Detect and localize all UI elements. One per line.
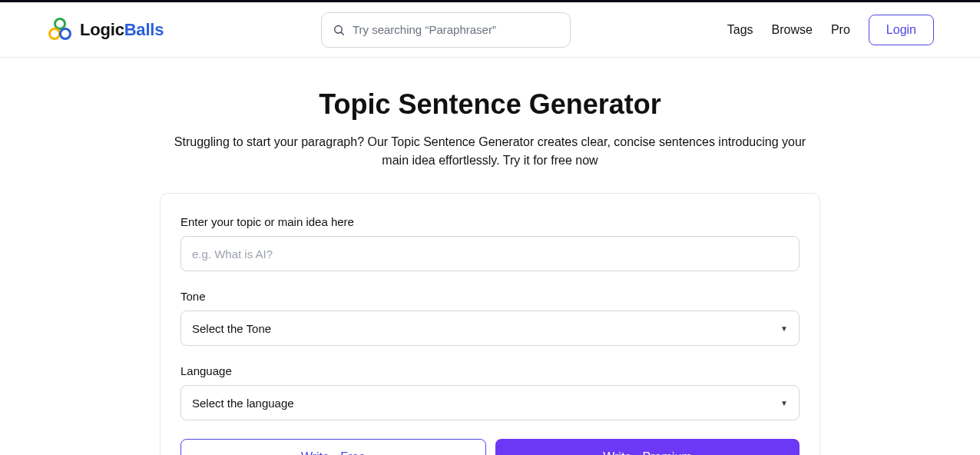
svg-point-1 [50, 28, 60, 38]
chevron-down-icon: ▼ [780, 399, 788, 407]
logo-text-secondary: Balls [124, 20, 164, 39]
write-free-button[interactable]: Write - Free [180, 439, 486, 455]
nav-pro[interactable]: Pro [831, 23, 850, 37]
search-icon [333, 23, 345, 37]
language-selected-value: Select the language [192, 397, 294, 410]
action-row: Write - Free Write - Premium [180, 439, 800, 455]
login-button[interactable]: Login [869, 15, 934, 45]
nav-tags[interactable]: Tags [727, 23, 753, 37]
logo-text-primary: Logic [80, 20, 124, 39]
page-subtitle: Struggling to start your paragraph? Our … [160, 133, 820, 170]
tone-label: Tone [180, 290, 800, 303]
page-title: Topic Sentence Generator [160, 88, 820, 121]
main-content: Topic Sentence Generator Struggling to s… [144, 58, 836, 455]
language-select[interactable]: Select the language ▼ [180, 385, 800, 420]
nav-browse[interactable]: Browse [772, 23, 813, 37]
topic-input[interactable] [180, 236, 800, 271]
search-input[interactable] [353, 23, 559, 36]
chevron-down-icon: ▼ [780, 324, 788, 333]
tone-select-button[interactable]: Select the Tone ▼ [180, 311, 800, 346]
nav-links: Tags Browse Pro Login [727, 15, 934, 45]
form-card: Enter your topic or main idea here Tone … [160, 193, 820, 455]
logo-icon [46, 16, 74, 44]
language-select-button[interactable]: Select the language ▼ [180, 385, 800, 420]
language-label: Language [180, 364, 800, 377]
logo-text: LogicBalls [80, 20, 164, 40]
search-container [182, 12, 709, 48]
topic-label: Enter your topic or main idea here [180, 215, 800, 228]
tone-select[interactable]: Select the Tone ▼ [180, 311, 800, 346]
tone-selected-value: Select the Tone [192, 322, 271, 335]
svg-point-2 [61, 28, 71, 38]
site-header: LogicBalls Tags Browse Pro Login [0, 2, 980, 58]
write-premium-button[interactable]: Write - Premium [495, 439, 800, 455]
svg-line-4 [341, 32, 343, 35]
search-box[interactable] [321, 12, 571, 48]
svg-point-0 [55, 18, 65, 28]
logo[interactable]: LogicBalls [46, 16, 164, 44]
